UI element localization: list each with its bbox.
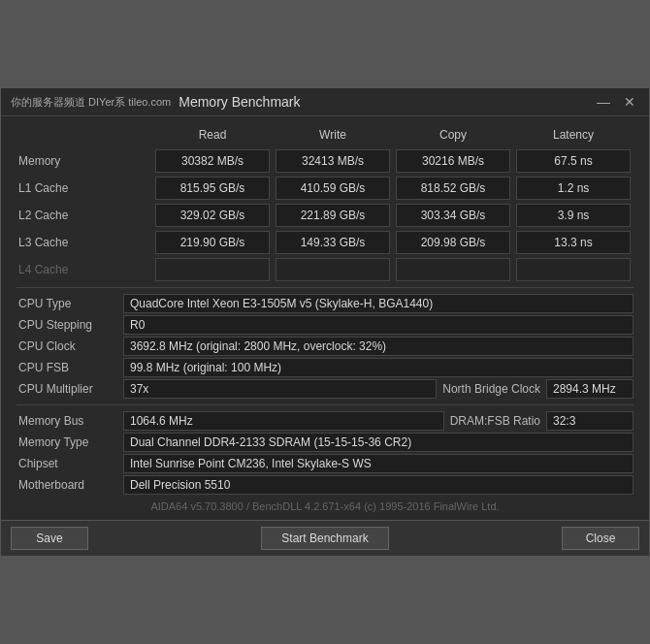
memory-bus-row: Memory Bus 1064.6 MHz DRAM:FSB Ratio 32:… [16, 411, 634, 431]
bench-label: L3 Cache [16, 236, 152, 249]
motherboard-label: Motherboard [16, 475, 123, 495]
chipset-value: Intel Sunrise Point CM236, Intel Skylake… [123, 454, 634, 473]
bench-value-read [155, 258, 270, 281]
col-header-write: Write [273, 126, 393, 144]
start-benchmark-button[interactable]: Start Benchmark [261, 527, 388, 550]
bench-value-latency: 13.3 ns [516, 231, 631, 254]
divider-1 [16, 287, 634, 288]
table-row: L4 Cache [16, 258, 634, 281]
col-header-read: Read [152, 126, 273, 144]
motherboard-row: Motherboard Dell Precision 5510 [16, 475, 634, 495]
title-controls: — ✕ [593, 95, 639, 109]
bottom-bar: Save Start Benchmark Close [1, 520, 649, 556]
bench-label: L1 Cache [16, 181, 152, 195]
chipset-row: Chipset Intel Sunrise Point CM236, Intel… [16, 454, 634, 473]
bench-value-copy [396, 258, 510, 281]
bench-value-read: 815.95 GB/s [155, 177, 270, 200]
bench-value-copy: 303.34 GB/s [396, 204, 510, 227]
cpu-fsb-label: CPU FSB [16, 358, 123, 377]
memory-bus-left: Memory Bus 1064.6 MHz [16, 411, 444, 431]
dram-fsb-right: DRAM:FSB Ratio 32:3 [446, 411, 634, 431]
col-header-latency: Latency [513, 126, 634, 144]
bench-value-latency: 67.5 ns [516, 149, 631, 173]
table-row: L3 Cache219.90 GB/s149.33 GB/s209.98 GB/… [16, 231, 634, 254]
minimize-button[interactable]: — [593, 95, 614, 109]
close-button[interactable]: ✕ [620, 95, 639, 109]
bench-value-copy: 818.52 GB/s [396, 177, 510, 200]
table-row: Memory30382 MB/s32413 MB/s30216 MB/s67.5… [16, 149, 634, 173]
cpu-multiplier-label: CPU Multiplier [16, 380, 123, 398]
cpu-stepping-row: CPU Stepping R0 [16, 315, 634, 335]
save-button[interactable]: Save [11, 527, 88, 550]
bench-value-read: 30382 MB/s [155, 149, 270, 173]
cpu-fsb-row: CPU FSB 99.8 MHz (original: 100 MHz) [16, 358, 634, 377]
bench-value-copy: 30216 MB/s [396, 149, 510, 173]
close-button[interactable]: Close [562, 527, 639, 550]
cpu-type-value: QuadCore Intel Xeon E3-1505M v5 (Skylake… [123, 294, 634, 313]
cpu-type-label: CPU Type [16, 294, 123, 313]
bench-label: L4 Cache [16, 263, 152, 276]
memory-type-value: Dual Channel DDR4-2133 SDRAM (15-15-15-3… [123, 433, 634, 452]
cpu-clock-label: CPU Clock [16, 337, 123, 356]
memory-bus-value: 1064.6 MHz [123, 411, 444, 431]
bench-value-write: 221.89 GB/s [276, 204, 390, 227]
info-section: CPU Type QuadCore Intel Xeon E3-1505M v5… [16, 294, 634, 399]
bench-value-latency: 3.9 ns [516, 204, 631, 227]
bench-label: Memory [16, 154, 152, 168]
cpu-fsb-value: 99.8 MHz (original: 100 MHz) [123, 358, 634, 377]
bench-value-read: 329.02 GB/s [155, 204, 270, 227]
table-header: Read Write Copy Latency [16, 126, 634, 145]
cpu-multiplier-value: 37x [123, 379, 437, 399]
memory-type-label: Memory Type [16, 433, 123, 452]
footer-info: AIDA64 v5.70.3800 / BenchDLL 4.2.671-x64… [16, 497, 634, 514]
north-bridge-value: 2894.3 MHz [546, 379, 634, 399]
north-bridge-right: North Bridge Clock 2894.3 MHz [439, 379, 634, 399]
title-bar: 你的服务器频道 DIYer系 tileo.com Memory Benchmar… [1, 88, 649, 116]
bench-value-read: 219.90 GB/s [155, 231, 270, 254]
chipset-label: Chipset [16, 454, 123, 473]
cpu-stepping-value: R0 [123, 315, 634, 335]
title-logo: 你的服务器频道 DIYer系 tileo.com [11, 95, 171, 110]
bench-value-latency [516, 258, 631, 281]
title-bar-left: 你的服务器频道 DIYer系 tileo.com Memory Benchmar… [11, 94, 301, 110]
cpu-clock-row: CPU Clock 3692.8 MHz (original: 2800 MHz… [16, 337, 634, 356]
main-window: 你的服务器频道 DIYer系 tileo.com Memory Benchmar… [0, 87, 650, 557]
col-header-label [16, 126, 152, 144]
content-area: Read Write Copy Latency Memory30382 MB/s… [1, 116, 649, 520]
cpu-multiplier-left: CPU Multiplier 37x [16, 379, 437, 399]
memory-type-row: Memory Type Dual Channel DDR4-2133 SDRAM… [16, 433, 634, 452]
bench-table-body: Memory30382 MB/s32413 MB/s30216 MB/s67.5… [16, 149, 634, 281]
cpu-type-row: CPU Type QuadCore Intel Xeon E3-1505M v5… [16, 294, 634, 313]
table-row: L2 Cache329.02 GB/s221.89 GB/s303.34 GB/… [16, 204, 634, 227]
divider-2 [16, 404, 634, 405]
bench-value-copy: 209.98 GB/s [396, 231, 510, 254]
dram-fsb-value: 32:3 [546, 411, 634, 431]
cpu-multiplier-row: CPU Multiplier 37x North Bridge Clock 28… [16, 379, 634, 399]
cpu-clock-value: 3692.8 MHz (original: 2800 MHz, overcloc… [123, 337, 634, 356]
bench-label: L2 Cache [16, 209, 152, 222]
table-row: L1 Cache815.95 GB/s410.59 GB/s818.52 GB/… [16, 177, 634, 200]
memory-section: Memory Bus 1064.6 MHz DRAM:FSB Ratio 32:… [16, 411, 634, 495]
cpu-stepping-label: CPU Stepping [16, 315, 123, 335]
window-title: Memory Benchmark [179, 94, 300, 110]
bench-value-write: 410.59 GB/s [276, 177, 390, 200]
bench-value-write: 149.33 GB/s [276, 231, 390, 254]
memory-bus-label: Memory Bus [16, 412, 123, 430]
dram-fsb-label: DRAM:FSB Ratio [446, 412, 546, 430]
motherboard-value: Dell Precision 5510 [123, 475, 634, 495]
col-header-copy: Copy [393, 126, 513, 144]
north-bridge-label: North Bridge Clock [439, 380, 546, 398]
bench-value-write [276, 258, 390, 281]
bench-value-write: 32413 MB/s [276, 149, 390, 173]
bench-value-latency: 1.2 ns [516, 177, 631, 200]
